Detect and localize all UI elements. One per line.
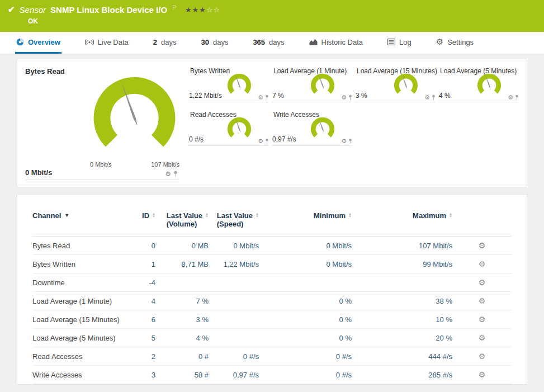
tab-historic-data[interactable]: Historic Data <box>308 32 364 54</box>
gauge-controls: ⚙ <box>341 138 352 145</box>
last-value-speed: 0,97 #/s <box>209 371 259 379</box>
gauge-value: 4 % <box>439 92 451 100</box>
channel-settings-icon[interactable]: ⚙ <box>479 352 486 361</box>
column-header-id[interactable]: ID ▲▼ <box>122 211 155 228</box>
table-row-load-average-5-minutes[interactable]: Load Average (5 Minutes) 5 4 % 0 % 20 % … <box>32 329 512 347</box>
channel-settings-icon[interactable]: ⚙ <box>479 315 486 324</box>
table-row-load-average-15-minutes[interactable]: Load Average (15 Minutes) 6 3 % 0 % 10 %… <box>32 310 512 329</box>
gauge-read-accesses: Read Accesses 0 #/s ⚙ <box>188 110 269 146</box>
sensor-title: SNMP Linux Block Device I/O <box>50 5 167 15</box>
pie-chart-icon <box>16 38 24 46</box>
minimum-value: 0 Mbit/s <box>259 260 352 268</box>
channel-settings-icon[interactable]: ⚙ <box>479 296 486 305</box>
minimum-value: 0 Mbit/s <box>259 242 352 250</box>
main-content: Bytes Read 0 Mbit/s 107 Mbit/s 0 Mbit/s … <box>0 54 544 385</box>
table-row-bytes-written[interactable]: Bytes Written 1 8,71 MB 1,22 Mbit/s 0 Mb… <box>32 255 512 273</box>
gauge-value: 1,22 Mbit/s <box>189 92 222 100</box>
pin-icon[interactable] <box>265 138 269 144</box>
column-header-maximum[interactable]: Maximum ▲▼ <box>352 211 452 228</box>
column-header-channel[interactable]: Channel ▼ <box>32 211 122 228</box>
gauge-settings-icon[interactable]: ⚙ <box>165 170 171 178</box>
gauge-load-average-5-minutes: Load Average (5 Minutes) 4 % ⚙ <box>438 66 519 102</box>
tab-365-days[interactable]: 365 days <box>252 32 285 54</box>
tab-log-label: Log <box>399 38 411 46</box>
channel-settings-icon[interactable]: ⚙ <box>479 241 486 250</box>
gauge-controls: ⚙ <box>341 94 352 101</box>
table-row-write-accesses[interactable]: Write Accesses 3 58 # 0,97 #/s 0 #/s 285… <box>32 366 512 384</box>
sort-desc-icon: ▼ <box>64 212 69 218</box>
tab-overview-label: Overview <box>28 38 60 46</box>
maximum-value: 10 % <box>352 315 452 324</box>
stars-filled: ★★★ <box>185 6 206 14</box>
channel-settings-icon[interactable]: ⚙ <box>479 333 486 342</box>
tab-30-days[interactable]: 30 days <box>200 32 229 54</box>
channel-name: Load Average (5 Minutes) <box>32 334 122 342</box>
channel-id: 6 <box>122 315 155 324</box>
gauge-load-average-1-minute: Load Average (1 Minute) 7 % ⚙ <box>271 66 352 102</box>
channel-settings-icon[interactable]: ⚙ <box>479 278 486 287</box>
gauge-controls: ⚙ <box>258 138 269 145</box>
table-header-row: Channel ▼ ID ▲▼ Last Value(Volume) ▲▼ La… <box>32 211 512 237</box>
gauge-settings-icon[interactable]: ⚙ <box>258 138 263 145</box>
gauge-controls: ⚙ <box>508 94 519 101</box>
pin-icon[interactable] <box>432 95 436 101</box>
column-header-last-value-speed[interactable]: Last Value(Speed) ▲▼ <box>209 211 259 228</box>
tab-live-data[interactable]: Live Data <box>84 32 130 54</box>
gauge-arc <box>88 74 182 160</box>
gauge-arc <box>223 72 256 101</box>
gauge-load-average-15-minutes: Load Average (15 Minutes) 3 % ⚙ <box>354 66 436 102</box>
favorite-flag-icon[interactable]: ⚐ <box>172 4 177 11</box>
gauges-panel: Bytes Read 0 Mbit/s 107 Mbit/s 0 Mbit/s … <box>17 59 527 187</box>
channel-table-panel: Channel ▼ ID ▲▼ Last Value(Volume) ▲▼ La… <box>17 194 527 385</box>
gauge-write-accesses: Write Accesses 0,97 #/s ⚙ <box>271 110 352 146</box>
priority-stars[interactable]: ★★★☆☆ <box>185 6 220 14</box>
gauge-value: 7 % <box>272 92 284 100</box>
maximum-value: 285 #/s <box>352 371 452 379</box>
pin-icon[interactable] <box>265 95 269 101</box>
table-row-downtime[interactable]: Downtime -4 ⚙ <box>32 273 512 292</box>
table-row-bytes-read[interactable]: Bytes Read 0 0 MB 0 Mbit/s 0 Mbit/s 107 … <box>32 237 512 255</box>
gauge-controls: ⚙ <box>424 94 436 101</box>
gauge-settings-icon[interactable]: ⚙ <box>508 94 513 101</box>
gauge-settings-icon[interactable]: ⚙ <box>424 94 430 101</box>
minimum-value: 0 % <box>259 334 352 342</box>
pin-icon[interactable] <box>348 95 352 101</box>
channel-name: Load Average (1 Minute) <box>32 297 122 305</box>
column-header-minimum-label: Minimum <box>314 211 346 220</box>
gauge-settings-icon[interactable]: ⚙ <box>341 94 347 101</box>
maximum-value: 444 #/s <box>352 352 452 361</box>
maximum-value: 20 % <box>352 334 452 342</box>
pin-icon[interactable] <box>348 138 352 144</box>
gauge-bytes-read: Bytes Read 0 Mbit/s 107 Mbit/s 0 Mbit/s … <box>25 66 179 180</box>
channel-id: 2 <box>122 352 155 361</box>
channel-id: 3 <box>122 371 155 379</box>
log-list-icon <box>387 39 395 45</box>
gauge-arc <box>223 115 256 145</box>
channel-name: Bytes Written <box>32 260 122 268</box>
table-row-read-accesses[interactable]: Read Accesses 2 0 # 0 #/s 0 #/s 444 #/s … <box>32 347 512 366</box>
channel-settings-icon[interactable]: ⚙ <box>479 259 486 268</box>
tab-settings[interactable]: ⚙ Settings <box>435 32 475 54</box>
gauge-settings-icon[interactable]: ⚙ <box>341 138 347 145</box>
table-row-load-average-1-minute[interactable]: Load Average (1 Minute) 4 7 % 0 % 38 % ⚙ <box>32 292 512 310</box>
minimum-value: 0 #/s <box>259 352 352 361</box>
column-header-maximum-label: Maximum <box>413 211 446 220</box>
tab-log[interactable]: Log <box>386 32 413 54</box>
gauge-settings-icon[interactable]: ⚙ <box>258 94 263 101</box>
maximum-value: 38 % <box>352 297 452 305</box>
last-value-volume: 7 % <box>155 297 209 305</box>
last-value-volume: 0 # <box>155 352 209 361</box>
gauge-arc <box>473 72 505 101</box>
column-header-last-value-volume[interactable]: Last Value(Volume) ▲▼ <box>155 211 209 228</box>
gauge-arc <box>390 72 422 101</box>
gauge-scale-min: 0 Mbit/s <box>90 161 112 168</box>
column-header-minimum[interactable]: Minimum ▲▼ <box>259 211 352 228</box>
tab-overview[interactable]: Overview <box>15 32 62 54</box>
channel-id: 0 <box>122 242 155 250</box>
channel-settings-icon[interactable]: ⚙ <box>479 370 486 379</box>
tab-2-days[interactable]: 2 days <box>152 32 178 54</box>
gauge-controls: ⚙ <box>258 94 269 101</box>
pin-icon[interactable] <box>173 171 178 177</box>
last-value-volume: 58 # <box>155 371 209 379</box>
pin-icon[interactable] <box>515 95 519 101</box>
